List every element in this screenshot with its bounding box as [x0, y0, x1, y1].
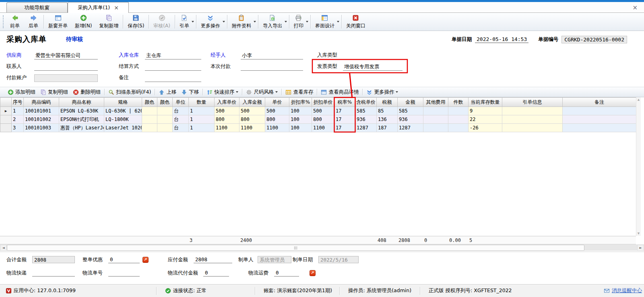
grid-cell[interactable]: 1287	[355, 124, 377, 132]
move-up-button[interactable]: 上移	[156, 88, 179, 96]
import-export-button[interactable]: 导入导出	[259, 13, 288, 30]
add-detail-button[interactable]: 添加明细	[5, 88, 38, 96]
logistics-no-input[interactable]	[108, 269, 140, 277]
grid-header-2[interactable]: 商品名称	[59, 98, 104, 107]
prev-doc-button[interactable]: 前单	[6, 13, 24, 30]
tabstrip-close-icon[interactable]: ×	[632, 5, 638, 11]
copy-detail-button[interactable]: 复制明细	[38, 88, 70, 96]
horizontal-scrollbar[interactable]: ◄ ►	[0, 244, 644, 251]
attachments-button[interactable]: 附件资料	[228, 13, 257, 30]
grid-cell[interactable]: 1	[12, 107, 24, 115]
grid-cell[interactable]: 500	[215, 107, 239, 115]
grid-header-1[interactable]: 商品编码	[24, 98, 59, 107]
grid-header-12[interactable]: 折扣单价	[312, 98, 334, 107]
grid-cell[interactable]: 936	[398, 115, 423, 124]
grid-cell[interactable]	[157, 124, 173, 132]
grid-cell[interactable]	[563, 115, 636, 124]
grid-cell[interactable]: 585	[355, 107, 377, 115]
grid-header-3[interactable]: 规格	[104, 98, 142, 107]
grid-cell[interactable]	[502, 124, 563, 132]
quick-sort-button[interactable]: 快速排序	[204, 88, 241, 96]
grid-header-14[interactable]: 含税单价	[355, 98, 377, 107]
grid-cell[interactable]: LQ-630K | 620K	[104, 107, 142, 115]
grid-header-21[interactable]: 备注	[563, 98, 636, 107]
grid-cell[interactable]: 台	[173, 124, 189, 132]
grid-cell[interactable]: 9	[469, 107, 502, 115]
order-discount-input[interactable]: 0	[108, 256, 140, 263]
tab-nav-window[interactable]: 功能导航窗	[6, 2, 68, 12]
grid-cell[interactable]	[142, 107, 157, 115]
grid-cell[interactable]: -26	[469, 124, 502, 132]
grid-cell[interactable]: 100101002	[24, 115, 59, 124]
grid-header-16[interactable]: 金额	[398, 98, 423, 107]
grid-cell[interactable]: 1100	[239, 124, 265, 132]
handler-input[interactable]: 小李	[241, 51, 303, 59]
grid-cell[interactable]: 22	[469, 115, 502, 124]
grid-header-5[interactable]: 颜色	[157, 98, 173, 107]
grid-cell[interactable]: 800	[265, 115, 289, 124]
copy-new-button[interactable]: 复制新增	[95, 13, 122, 30]
grid-cell[interactable]	[157, 107, 173, 115]
remark-input[interactable]	[145, 74, 201, 82]
more-detail-actions-button[interactable]: 更多操作	[364, 88, 400, 96]
grid-header-13[interactable]: 税率%	[334, 98, 355, 107]
grid-header-18[interactable]: 件数	[448, 98, 469, 107]
grid-cell[interactable]: 100	[289, 107, 312, 115]
grid-cell[interactable]	[423, 124, 448, 132]
new-window-order-button[interactable]: 新窗开单	[45, 13, 71, 30]
tab-purchase-inbound[interactable]: 采购入库单(1) ×	[68, 2, 129, 13]
ui-design-button[interactable]: 界面设计	[312, 13, 341, 30]
grid-cell[interactable]: 2	[12, 115, 24, 124]
grid-cell[interactable]	[142, 115, 157, 124]
grid-cell[interactable]: 100	[289, 115, 312, 124]
grid-header-15[interactable]: 税额	[377, 98, 398, 107]
grid-cell[interactable]: 台	[173, 107, 189, 115]
grid-cell[interactable]: 台	[173, 115, 189, 124]
grid-cell[interactable]: 1	[189, 107, 215, 115]
invoice-type-input[interactable]: 增值税专用发票	[343, 63, 402, 71]
vertical-scrollbar[interactable]: ▲ ▼	[636, 97, 641, 236]
grid-header-19[interactable]: 当前库存数量	[469, 98, 502, 107]
grid-cell[interactable]: 惠普（HP）LaserJet	[59, 124, 104, 132]
grid-cell[interactable]	[563, 107, 636, 115]
grid-cell[interactable]: 800	[239, 115, 265, 124]
grid-cell[interactable]: 3	[12, 124, 24, 132]
grid-cell[interactable]	[142, 124, 157, 132]
grid-cell[interactable]: 187	[377, 124, 398, 132]
grid-cell[interactable]: 500	[312, 107, 334, 115]
grid-cell[interactable]: 17	[334, 124, 355, 132]
grid-header-10[interactable]: 单价	[265, 98, 289, 107]
grid-header-0[interactable]: 序号	[12, 98, 24, 107]
grid-cell[interactable]: 585	[398, 107, 423, 115]
move-down-button[interactable]: 下移	[179, 88, 201, 96]
grid-cell[interactable]	[423, 107, 448, 115]
view-product-button[interactable]: 查看商品详情	[318, 88, 361, 96]
grid-cell[interactable]: 17	[334, 107, 355, 115]
grid-header-9[interactable]: 入库金额	[239, 98, 265, 107]
grid-header-6[interactable]: 单位	[173, 98, 189, 107]
grid-cell[interactable]: 100	[289, 124, 312, 132]
doc-date-field[interactable]: 2022-05-16 14:53	[475, 36, 528, 43]
scroll-right-icon[interactable]: ►	[637, 245, 644, 251]
grid-cell[interactable]: 1287	[398, 124, 423, 132]
quick-edit-icon[interactable]: ↗	[142, 257, 149, 263]
grid-cell[interactable]: LaserJet 1020	[104, 124, 142, 132]
logistics-freight-input[interactable]: 0	[274, 269, 299, 277]
grid-cell[interactable]	[563, 124, 636, 132]
grid-cell[interactable]	[502, 115, 563, 124]
scan-barcode-button[interactable]: 扫描条形码(F4)	[106, 88, 153, 96]
payable-amount-input[interactable]: 2808	[194, 256, 232, 263]
grid-cell[interactable]: 1100	[312, 124, 334, 132]
ref-doc-button[interactable]: 引单	[176, 13, 195, 30]
grid-cell[interactable]: 500	[265, 107, 289, 115]
supplier-input[interactable]: 爱普生中国有限公司	[34, 51, 98, 59]
grid-cell[interactable]: 1	[189, 124, 215, 132]
stock-in-type-input[interactable]	[343, 51, 402, 59]
payment-now-input[interactable]	[241, 63, 303, 71]
more-actions-button[interactable]: 更多操作	[197, 13, 226, 30]
size-style-button[interactable]: 尺码风格	[244, 88, 280, 96]
grid-header-20[interactable]: 引单信息	[502, 98, 563, 107]
logistics-agent-amount-input[interactable]: 0	[203, 269, 229, 277]
grid-cell[interactable]: EPSON LQ-630K	[59, 107, 104, 115]
grid-header-7[interactable]: 数量	[189, 98, 215, 107]
